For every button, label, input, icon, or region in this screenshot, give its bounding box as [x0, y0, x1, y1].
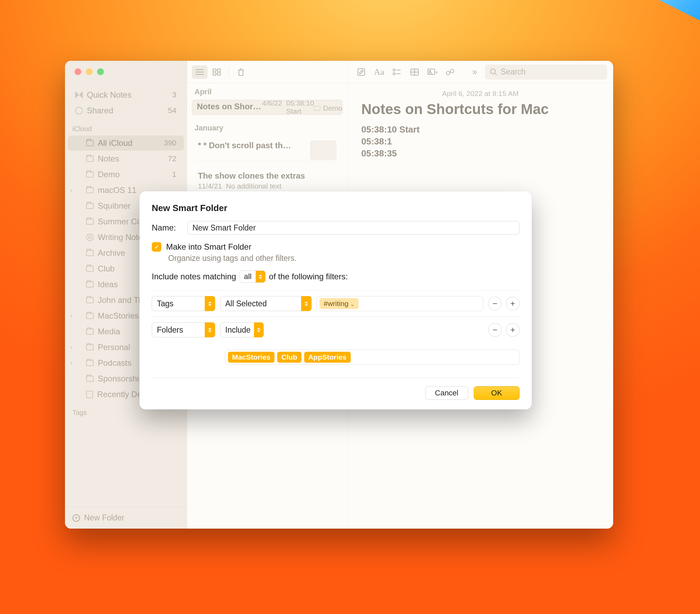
add-filter-button[interactable]: + — [506, 323, 520, 337]
chevron-right-icon: › — [71, 360, 72, 366]
filter-field-select[interactable]: Folders — [152, 322, 215, 337]
separator — [229, 67, 229, 77]
note-list-item[interactable]: Notes on Shortcuts for Mac4/6/2205:38:10… — [192, 100, 342, 115]
folder-icon — [86, 297, 93, 303]
note-list-item[interactable]: * * Don't scroll past th… — [192, 136, 342, 156]
folder-icon — [314, 106, 320, 111]
delete-button[interactable] — [233, 65, 249, 79]
cancel-button[interactable]: Cancel — [425, 386, 468, 400]
chevron-right-icon: › — [71, 313, 72, 319]
note-line: 05:38:35 — [361, 148, 600, 159]
count: 72 — [168, 154, 176, 163]
smart-folder-checkbox[interactable]: ✓ — [152, 242, 161, 252]
sidebar-section-icloud: iCloud — [65, 119, 187, 135]
table-button[interactable] — [407, 66, 422, 78]
folder-icon — [86, 313, 93, 319]
list-toolbar — [187, 61, 347, 83]
count: 390 — [164, 139, 176, 148]
media-button[interactable] — [425, 66, 440, 78]
new-folder-button[interactable]: + New Folder — [65, 507, 187, 529]
sidebar-item[interactable]: All iCloud390 — [68, 136, 184, 151]
quick-notes-icon — [75, 91, 83, 99]
close-window[interactable] — [75, 68, 82, 75]
minimize-window[interactable] — [86, 68, 92, 75]
notes-month-header: January — [187, 119, 347, 136]
plus-icon: + — [73, 514, 80, 522]
note-title: * * Don't scroll past th… — [198, 141, 308, 150]
label: MacStories — [98, 311, 139, 321]
folder-icon — [86, 329, 93, 335]
note-meta: 11/4/21No additional text — [198, 182, 336, 190]
remove-filter-button[interactable]: − — [488, 297, 502, 310]
folder-icon — [86, 203, 93, 209]
label: New Folder — [84, 513, 124, 523]
note-toolbar: Aa » Search — [348, 61, 613, 83]
shared-icon — [75, 107, 83, 114]
filter-op-select[interactable]: Include — [220, 322, 264, 337]
checklist-button[interactable] — [389, 66, 404, 78]
divider — [195, 161, 339, 162]
more-button[interactable]: » — [467, 66, 482, 78]
sidebar-shared[interactable]: Shared 54 — [68, 103, 184, 118]
value: Tags — [157, 299, 174, 308]
label: Demo — [98, 170, 120, 179]
note-title: Notes on Shortcuts for Mac — [361, 101, 600, 117]
folder-icon — [86, 156, 93, 162]
link-button[interactable] — [442, 66, 458, 78]
filter-chip[interactable]: MacStories — [228, 352, 274, 363]
filter-chip[interactable]: AppStories — [304, 352, 351, 363]
filter-values[interactable]: #writing⌄ — [316, 296, 483, 311]
filter-chip[interactable]: #writing⌄ — [320, 298, 359, 309]
gallery-view-button[interactable] — [209, 65, 225, 79]
label: Shared — [87, 106, 113, 115]
filter-chip[interactable]: Club — [277, 352, 301, 363]
value: All Selected — [225, 299, 266, 308]
add-filter-button[interactable]: + — [506, 297, 520, 310]
folder-icon — [86, 344, 93, 350]
filter-values[interactable]: MacStoriesClubAppStories — [225, 350, 520, 365]
note-title: The show clones the extras — [198, 171, 336, 181]
folder-icon — [86, 391, 93, 398]
sidebar-item[interactable]: Notes72 — [68, 151, 184, 166]
match-mode-select[interactable]: all — [240, 270, 265, 283]
stepper-icon — [205, 296, 215, 311]
note-line: 05:38:10 Start — [361, 124, 600, 136]
zoom-window[interactable] — [97, 68, 104, 75]
checkbox-hint: Organize using tags and other filters. — [168, 254, 520, 263]
list-view-button[interactable] — [192, 65, 208, 79]
label: Club — [98, 264, 114, 273]
label: Podcasts — [98, 358, 132, 368]
sidebar-item[interactable]: Demo1 — [68, 167, 184, 182]
match-text-post: of the following filters: — [269, 272, 348, 281]
name-input[interactable] — [187, 221, 520, 234]
compose-button[interactable] — [354, 66, 369, 78]
folder-icon — [86, 376, 93, 382]
svg-point-16 — [429, 71, 431, 72]
filter-op-select[interactable]: All Selected — [220, 296, 312, 311]
value: Include — [225, 325, 251, 335]
ok-button[interactable]: OK — [474, 386, 520, 400]
name-label: Name: — [152, 223, 180, 232]
folder-icon — [86, 250, 93, 256]
remove-filter-button[interactable]: − — [488, 323, 502, 337]
note-body[interactable]: Notes on Shortcuts for Mac 05:38:10 Star… — [348, 101, 613, 159]
search-placeholder: Search — [501, 67, 526, 77]
folder-icon — [86, 360, 93, 366]
sidebar-quick-notes[interactable]: Quick Notes 3 — [68, 87, 184, 102]
filter-field-select[interactable]: Tags — [152, 296, 215, 311]
svg-point-17 — [446, 72, 450, 75]
format-button[interactable]: Aa — [372, 66, 387, 78]
stepper-icon — [205, 322, 215, 337]
svg-point-10 — [393, 73, 395, 75]
stepper-icon — [301, 296, 311, 311]
folder-icon — [86, 233, 93, 241]
folder-icon — [86, 140, 93, 146]
label: Media — [98, 327, 120, 336]
dialog-title: New Smart Folder — [152, 203, 520, 214]
svg-point-8 — [393, 69, 395, 71]
stepper-icon — [256, 270, 265, 283]
count: 1 — [172, 170, 176, 179]
search-field[interactable]: Search — [485, 65, 607, 79]
count: 3 — [172, 90, 176, 99]
chevron-right-icon: › — [71, 344, 72, 350]
